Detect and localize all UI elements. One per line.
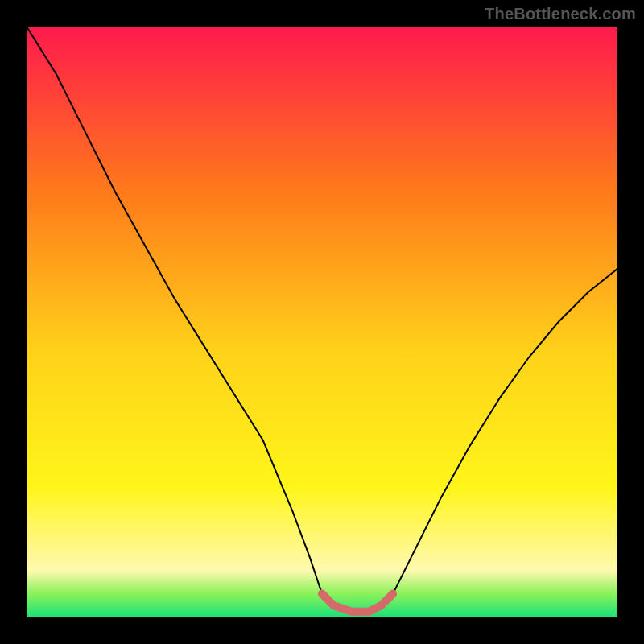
plot-area xyxy=(27,27,617,617)
watermark-text: TheBottleneck.com xyxy=(485,5,636,23)
gradient-background xyxy=(27,27,617,617)
bottleneck-chart-svg xyxy=(27,27,617,617)
chart-frame: TheBottleneck.com xyxy=(0,0,644,644)
